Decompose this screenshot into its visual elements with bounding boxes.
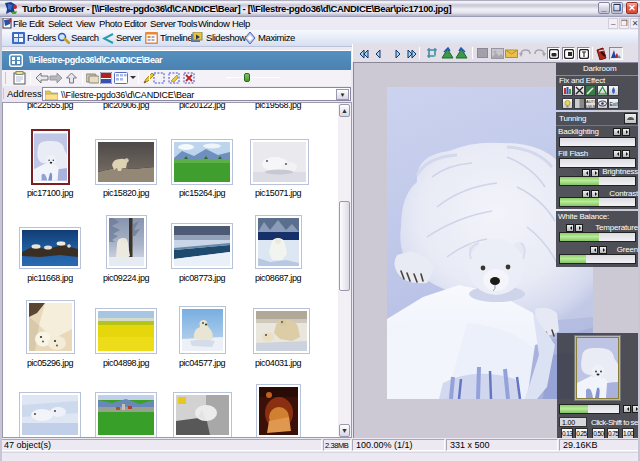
svg-text:LVLS: LVLS xyxy=(586,104,595,109)
svg-text:Exif: Exif xyxy=(610,101,619,107)
